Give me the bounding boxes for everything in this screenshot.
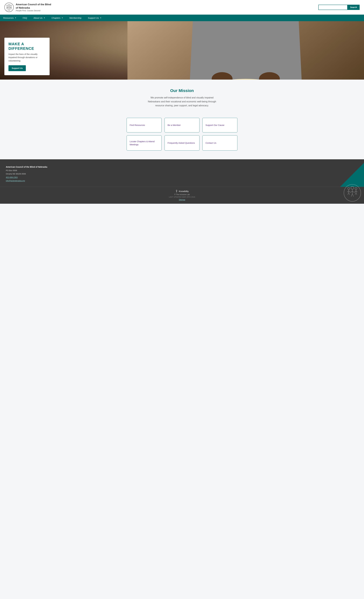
svg-line-43 (348, 193, 349, 195)
mission-heading: Our Mission (4, 88, 360, 93)
hero-heading: MAKE A DIFFERENCE (8, 42, 45, 51)
card-link[interactable]: Find Resources (130, 123, 145, 127)
nav-item-faq[interactable]: FAQ (19, 15, 30, 21)
nav-item-resources[interactable]: Resources▼ (0, 15, 19, 21)
footer-watermark-logo (344, 184, 361, 202)
hero-image (127, 21, 364, 79)
svg-point-6 (7, 5, 8, 6)
hero-section: MAKE A DIFFERENCE Impact the lives of th… (0, 21, 364, 79)
svg-point-0 (8, 4, 10, 6)
card-item[interactable]: Frequently Asked Questions (164, 135, 200, 150)
svg-point-39 (348, 187, 350, 190)
chevron-down-icon: ▼ (100, 17, 102, 19)
svg-line-10 (7, 8, 7, 9)
footer-bottom: Knowbility © The Inclusive Lab LAST UPDA… (0, 187, 364, 204)
knowbility-label: Knowbility (179, 190, 189, 193)
hero-card: MAKE A DIFFERENCE Impact the lives of th… (4, 38, 50, 75)
org-name: American Council of the Blind of Nebrask… (16, 3, 51, 11)
card-link[interactable]: Locate Chapters & Attend Meetings (130, 140, 159, 146)
svg-line-35 (350, 191, 352, 193)
svg-line-17 (11, 8, 11, 9)
svg-line-16 (10, 8, 11, 9)
svg-line-50 (356, 193, 357, 195)
inclusive-lab-text: © The Inclusive Lab (3, 194, 361, 195)
svg-point-45 (355, 187, 357, 190)
card-item[interactable]: Support Our Cause (203, 118, 237, 132)
card-link[interactable]: Support Our Cause (205, 123, 224, 127)
footer-city-state: Omaha NE 68106-0506 (6, 172, 358, 176)
svg-line-44 (349, 193, 350, 195)
nav-item-support-us[interactable]: Support Us▼ (85, 15, 105, 21)
svg-line-38 (352, 194, 354, 197)
org-tagline: People First, Causes Second (16, 9, 51, 12)
search-input[interactable] (318, 5, 347, 10)
footer-email[interactable]: info@acbnebraska.org (6, 180, 25, 182)
search-button[interactable]: Search (347, 5, 360, 10)
card-item[interactable]: Find Resources (127, 118, 161, 132)
org-name-line2: of Nebraska (16, 6, 30, 9)
org-name-line1: American Council of the Blind (16, 3, 51, 6)
header-search-area: Search (318, 5, 360, 10)
card-item[interactable]: Be a Member (164, 118, 200, 132)
site-footer: American Council of the Blind of Nebrask… (0, 159, 364, 204)
chevron-down-icon: ▼ (44, 17, 45, 19)
logo-area: PEOPLE FIRST American Council of the Bli… (4, 3, 51, 12)
svg-line-5 (9, 8, 10, 10)
logo-icon: PEOPLE FIRST (4, 3, 14, 12)
footer-org-name: American Council of the Blind of Nebrask… (6, 165, 358, 169)
card-link[interactable]: Be a Member (168, 123, 181, 127)
mission-body: We promote self-independence of blind an… (145, 96, 219, 108)
last-updated-text: LAST UPDATED MAR 29TH 2018 (3, 196, 361, 198)
card-item[interactable]: Contact Us (203, 135, 237, 150)
nav-item-membership[interactable]: Membership (66, 15, 85, 21)
nav-item-chapters[interactable]: Chapters▼ (48, 15, 66, 21)
card-link[interactable]: Frequently Asked Questions (168, 141, 195, 144)
svg-line-15 (11, 7, 12, 8)
svg-line-49 (355, 193, 356, 195)
svg-line-4 (8, 8, 9, 10)
main-nav: Resources▼FAQAbout Us▼Chapters▼Membershi… (0, 15, 364, 21)
cards-grid: Find ResourcesBe a MemberSupport Our Cau… (127, 118, 237, 150)
site-header: PEOPLE FIRST American Council of the Bli… (0, 0, 364, 15)
svg-line-41 (347, 191, 349, 192)
footer-po-box: PO Box 6506 (6, 169, 358, 172)
svg-line-8 (6, 7, 7, 8)
footer-info: American Council of the Blind of Nebrask… (0, 159, 364, 187)
hero-body: Impact the lives of the visually impaire… (8, 53, 45, 62)
svg-point-33 (351, 186, 354, 189)
hero-support-button[interactable]: Support Us (8, 65, 26, 71)
card-link[interactable]: Contact Us (205, 141, 216, 144)
svg-line-42 (349, 191, 350, 192)
chevron-down-icon: ▼ (61, 17, 63, 19)
mission-section: Our Mission We promote self-independence… (0, 79, 364, 114)
svg-line-37 (351, 194, 352, 197)
svg-line-36 (352, 191, 355, 193)
svg-point-51 (176, 190, 177, 191)
svg-line-56 (177, 192, 177, 192)
footer-phone[interactable]: 402-699-2363 (6, 176, 18, 178)
chevron-down-icon: ▼ (15, 17, 16, 19)
card-item[interactable]: Locate Chapters & Attend Meetings (127, 135, 161, 150)
svg-text:PEOPLE FIRST: PEOPLE FIRST (6, 10, 10, 11)
svg-line-47 (355, 191, 356, 192)
svg-point-12 (10, 5, 11, 6)
svg-line-11 (7, 8, 8, 9)
cards-section: Find ResourcesBe a MemberSupport Our Cau… (0, 114, 364, 159)
sitemap-link[interactable]: Sitemap (179, 199, 185, 201)
knowbility-logo: Knowbility (175, 190, 189, 193)
nav-item-about-us[interactable]: About Us▼ (30, 15, 48, 21)
svg-line-48 (356, 191, 357, 192)
